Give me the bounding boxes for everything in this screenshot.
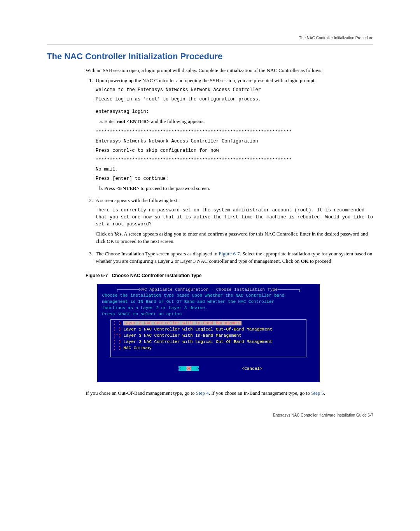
terminal-ok-button[interactable]: < OK > xyxy=(178,366,199,371)
opt3-label: Layer 3 NAC Controller with In-Band Mana… xyxy=(123,333,242,338)
opt2-label: Layer 2 NAC Controller with Logical Out-… xyxy=(123,327,272,332)
figure-link[interactable]: Figure 6-7 xyxy=(219,251,240,257)
postfig-c: . xyxy=(324,390,325,396)
step1b-bold: <ENTER> xyxy=(116,185,140,191)
terminal-line1: Choose the installation type based upon … xyxy=(100,293,317,299)
step1-sublist: Enter root <ENTER> and the following app… xyxy=(96,118,373,125)
header-rule xyxy=(47,44,373,44)
step-1: Upon powering up the NAC Controller and … xyxy=(94,77,373,192)
terminal-button-row: < OK ><Cancel> xyxy=(100,360,317,378)
figure-caption-text: Choose NAC Controller Installation Type xyxy=(112,273,201,278)
step4-link[interactable]: Step 4 xyxy=(196,390,209,396)
terminal-screenshot: ┌────────NAC Appliance Configuration - C… xyxy=(97,284,320,382)
step1b-before: Press xyxy=(104,185,116,191)
terminal-opt2[interactable]: ( ) Layer 2 NAC Controller with Logical … xyxy=(113,327,304,333)
terminal-frame-title: ┌────────NAC Appliance Configuration - C… xyxy=(100,287,317,293)
terminal-opt1[interactable]: ( ) Layer 2 NAC Controller with In-Band … xyxy=(113,320,304,327)
section-intro: With an SSH session open, a login prompt… xyxy=(86,67,373,74)
page-footer: Enterasys NAC Controller Hardware Instal… xyxy=(47,412,373,418)
terminal-line2: management is IN-Band or Out-Of-Band and… xyxy=(100,299,317,305)
procedure-list: Upon powering up the NAC Controller and … xyxy=(86,77,373,265)
opt3-mark: (*) xyxy=(113,333,123,338)
terminal-opt5[interactable]: ( ) NAC Gateway xyxy=(113,345,304,352)
step2-text: A screen appears with the following text… xyxy=(96,197,179,203)
figure-caption-num: Figure 6-7 xyxy=(86,273,108,278)
opt1-mark: ( ) xyxy=(113,321,123,325)
step2-after: Click on Yes. A screen appears asking yo… xyxy=(96,230,373,245)
step1-mono-i: Press [enter] to continue: xyxy=(96,175,373,182)
opt1-label: Layer 2 NAC Controller with In-Band Mana… xyxy=(123,321,242,325)
terminal-options-box: ( ) Layer 2 NAC Controller with In-Band … xyxy=(110,319,306,357)
step-2: A screen appears with the following text… xyxy=(94,197,373,245)
postfig-b: . If you chose an In-Band management typ… xyxy=(209,390,312,396)
section-title: The NAC Controller Initialization Proced… xyxy=(47,50,373,63)
opt5-label: NAC Gateway xyxy=(123,346,152,350)
step1-sub-a: Enter root <ENTER> and the following app… xyxy=(104,118,373,125)
terminal-opt3[interactable]: (*) Layer 3 NAC Controller with In-Band … xyxy=(113,333,304,339)
postfig-a: If you chose an Out-Of-Band management t… xyxy=(86,390,196,396)
terminal-opt4[interactable]: ( ) Layer 3 NAC Controller with Logical … xyxy=(113,339,304,345)
step1-mono-e: Enterasys Networks Network Access Contro… xyxy=(96,138,373,145)
opt2-mark: ( ) xyxy=(113,327,123,332)
opt5-mark: ( ) xyxy=(113,346,123,350)
step1a-after: and the following appears: xyxy=(150,118,205,124)
step1b-after: to proceed to the password screen. xyxy=(139,185,210,191)
step5-link[interactable]: Step 5 xyxy=(311,390,324,396)
terminal-line4: Press SPACE to select an option xyxy=(100,311,317,318)
opt4-mark: ( ) xyxy=(113,339,123,344)
figure-caption: Figure 6-7 Choose NAC Controller Install… xyxy=(86,272,373,279)
step1-mono-d: ****************************************… xyxy=(96,128,373,135)
step1a-before: Enter xyxy=(104,118,116,124)
post-figure-para: If you chose an Out-Of-Band management t… xyxy=(86,389,373,397)
step2-after-a: Click on xyxy=(96,231,114,237)
step1-mono-c: enterasystag login: xyxy=(96,108,373,115)
step2-after-b: . A screen appears asking you to enter a… xyxy=(96,231,368,244)
step1-mono-g: ****************************************… xyxy=(96,156,373,164)
ok-mid: OK xyxy=(186,366,191,371)
running-header: The NAC Controller Initialization Proced… xyxy=(47,35,373,41)
step1-mono-f: Press contrl-c to skip configuration for… xyxy=(96,147,373,154)
opt4-label: Layer 3 NAC Controller with Logical Out-… xyxy=(123,339,272,344)
step2-after-bold: Yes xyxy=(114,231,122,237)
step3-ok-bold: OK xyxy=(301,258,308,264)
step3-after-b: to proceed xyxy=(309,258,331,264)
step1-mono-a: Welcome to the Enterasys Networks Networ… xyxy=(96,86,373,93)
step1-sublist-b: Press <ENTER> to proceed to the password… xyxy=(96,185,373,192)
terminal-line3: functions as a Layer 2 or Layer 3 device… xyxy=(100,305,317,311)
step1-sub-b: Press <ENTER> to proceed to the password… xyxy=(104,185,373,192)
step2-mono: There is currently no password set on th… xyxy=(96,207,373,228)
step1a-bold: root <ENTER> xyxy=(116,118,150,124)
ok-r: > xyxy=(191,366,199,371)
step1-mono-h: No mail. xyxy=(96,166,373,173)
step-1-text: Upon powering up the NAC Controller and … xyxy=(96,77,316,83)
step1-mono-b: Please log in as 'root' to begin the con… xyxy=(96,96,373,103)
step3-before: The Choose Installation Type screen appe… xyxy=(96,251,219,257)
ok-l: < xyxy=(178,366,186,371)
terminal-cancel-button[interactable]: <Cancel> xyxy=(242,366,262,371)
step-3: The Choose Installation Type screen appe… xyxy=(94,250,373,265)
